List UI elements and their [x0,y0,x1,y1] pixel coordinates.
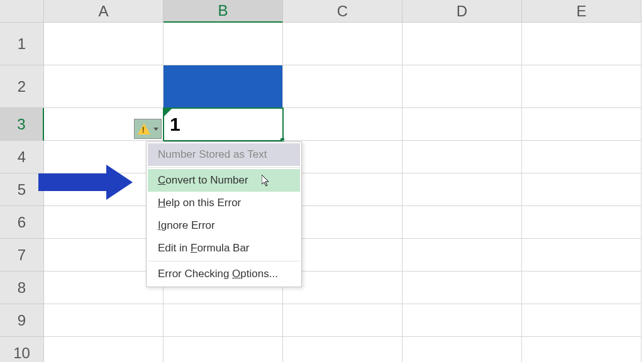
cell-B10[interactable] [164,337,283,362]
menu-separator [148,167,300,168]
cell-A10[interactable] [44,337,164,362]
cell-E7[interactable] [522,239,641,272]
error-indicator-button[interactable]: ! [134,119,162,139]
row-header-9[interactable]: 9 [0,304,44,337]
cell-E10[interactable] [522,337,641,362]
callout-arrow-icon [38,165,139,200]
cell-D6[interactable] [402,206,522,239]
row-header-5[interactable]: 5 [0,173,44,206]
row-header-3[interactable]: 3 [0,108,44,141]
row-header-4[interactable]: 4 [0,141,44,173]
cell-C9[interactable] [283,304,402,337]
cell-B3-value: 1 [170,114,180,135]
warning-triangle-icon: ! [138,123,150,134]
cell-B1[interactable] [164,23,283,65]
col-header-D[interactable]: D [402,0,522,23]
cell-E5[interactable] [522,173,641,206]
col-header-B[interactable]: B [164,0,283,23]
select-all-corner[interactable] [0,0,44,23]
cell-B2[interactable] [164,65,283,108]
cell-E3[interactable] [522,108,641,141]
row-headers: 1 2 3 4 5 6 7 8 9 10 [0,23,44,362]
menu-help-on-error[interactable]: Help on this Error [148,192,300,214]
cell-D7[interactable] [402,239,522,272]
cell-B9[interactable] [164,304,283,337]
cell-E8[interactable] [522,272,641,304]
row-header-2[interactable]: 2 [0,65,44,108]
row-header-8[interactable]: 8 [0,272,44,304]
col-header-E[interactable]: E [522,0,641,23]
cell-D10[interactable] [402,337,522,362]
cell-E9[interactable] [522,304,641,337]
cell-C10[interactable] [283,337,402,362]
col-header-A[interactable]: A [44,0,164,23]
row-header-6[interactable]: 6 [0,206,44,239]
cell-A1[interactable] [44,23,164,65]
cell-E2[interactable] [522,65,641,108]
column-headers: A B C D E [44,0,641,23]
cell-D3[interactable] [402,108,522,141]
mouse-cursor-icon [262,175,270,187]
row-header-10[interactable]: 10 [0,337,44,362]
cell-A2[interactable] [44,65,164,108]
cell-B3[interactable]: 1 [164,108,283,141]
menu-convert-to-number[interactable]: Convert to Number [148,169,300,192]
cell-C1[interactable] [283,23,402,65]
error-context-menu: Number Stored as Text Convert to Number … [146,141,302,287]
cell-E6[interactable] [522,206,641,239]
cell-D4[interactable] [402,141,522,173]
cell-C2[interactable] [283,65,402,108]
cell-D8[interactable] [402,272,522,304]
cell-E4[interactable] [522,141,641,173]
cell-D2[interactable] [402,65,522,108]
cell-D1[interactable] [402,23,522,65]
col-header-C[interactable]: C [283,0,402,23]
row-header-1[interactable]: 1 [0,23,44,65]
menu-ignore-error[interactable]: Ignore Error [148,214,300,237]
error-menu-title: Number Stored as Text [148,143,300,166]
row-header-7[interactable]: 7 [0,239,44,272]
cell-D9[interactable] [402,304,522,337]
cell-D5[interactable] [402,173,522,206]
chevron-down-icon [153,128,158,131]
cell-A9[interactable] [44,304,164,337]
menu-error-checking-options[interactable]: Error Checking Options... [148,263,300,285]
menu-separator [148,261,300,261]
cell-C3[interactable] [283,108,402,141]
cell-E1[interactable] [522,23,641,65]
menu-edit-formula-bar[interactable]: Edit in Formula Bar [148,237,300,260]
